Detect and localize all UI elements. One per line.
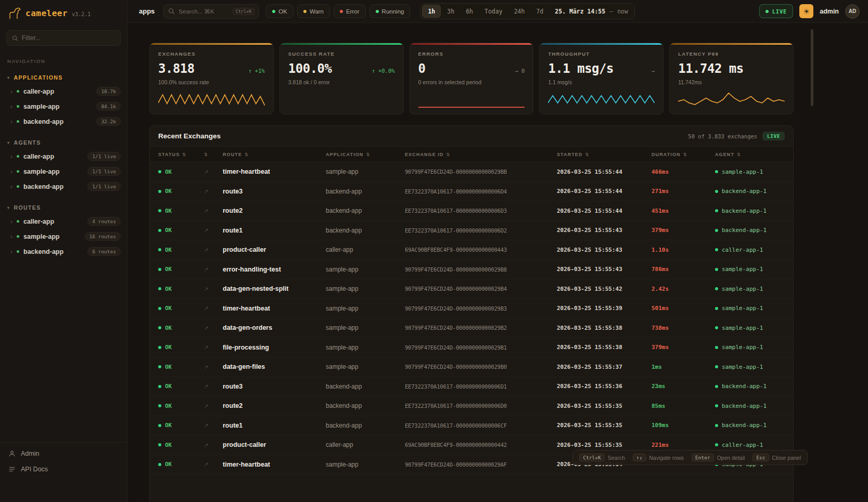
date-range[interactable]: 25. März 14:55 — now <box>555 8 628 15</box>
sidebar-section-title[interactable]: ▾AGENTS <box>0 137 127 149</box>
time-range-3h[interactable]: 3h <box>442 5 459 18</box>
table-row[interactable]: OK↗error-handling-testsample-app90799F47… <box>150 260 793 280</box>
sidebar-item-label: caller-app <box>23 218 54 225</box>
sidebar-section-title[interactable]: ▾ROUTES <box>0 202 127 214</box>
cell-duration: 466ms <box>652 169 715 175</box>
sidebar-section-label: APPLICATIONS <box>14 74 62 81</box>
ok-dot-icon <box>158 229 161 232</box>
sidebar-filter-input[interactable] <box>22 34 115 42</box>
cell-exchange-id: EE7322370A10617-00000000000006D0 <box>405 403 557 409</box>
column-header-started[interactable]: STARTED⇅ <box>557 152 652 157</box>
stat-card-latency-p99[interactable]: LATENCY P9911.742 ms11.742ms <box>669 43 794 114</box>
cell-route: error-handling-test <box>223 266 326 273</box>
sidebar-section-title[interactable]: ▾APPLICATIONS <box>0 72 127 84</box>
sidebar-footer-admin[interactable]: Admin <box>8 450 119 457</box>
cell-agent: sample-app-1 <box>715 286 785 292</box>
time-range-6h[interactable]: 6h <box>461 5 478 18</box>
status-filter-error[interactable]: Error <box>334 4 366 18</box>
sidebar-item-agents-caller-app[interactable]: ›caller-app1/1 live <box>0 149 127 164</box>
column-header-application[interactable]: APPLICATION⇅ <box>326 152 405 157</box>
status-filter-ok[interactable]: OK <box>266 4 293 18</box>
agent-label: backend-app-1 <box>722 208 767 214</box>
table-row[interactable]: OK↗data-gen-nested-splitsample-app90799F… <box>150 279 793 299</box>
cell-status: OK <box>158 461 204 468</box>
table-row[interactable]: OK↗data-gen-filessample-app90799F47E6CD2… <box>150 357 793 377</box>
stat-card-exchanges[interactable]: EXCHANGES3.818↑ +1%100.0% success rate <box>149 43 274 114</box>
global-search-input[interactable] <box>178 8 228 15</box>
agent-label: caller-app-1 <box>722 247 763 253</box>
live-indicator[interactable]: LIVE <box>759 4 794 18</box>
column-header-expand[interactable]: ⇅ <box>204 152 223 157</box>
status-label: OK <box>165 286 172 292</box>
agent-dot-icon <box>715 443 718 446</box>
sidebar-item-badge: 84.1k <box>96 102 121 111</box>
cell-started: 2026-03-25 15:55:44 <box>557 208 652 214</box>
column-header-exchange-id[interactable]: EXCHANGE ID⇅ <box>405 152 557 157</box>
sidebar-item-applications-caller-app[interactable]: ›caller-app10.7k <box>0 84 127 99</box>
cell-agent: backend-app-1 <box>715 227 785 234</box>
status-filter-warn[interactable]: Warn <box>297 4 330 18</box>
sort-icon: ⇅ <box>245 152 249 157</box>
table-row[interactable]: OK↗route3backend-appEE7322370A10617-0000… <box>150 182 793 202</box>
table-row[interactable]: OK↗route2backend-appEE7322370A10617-0000… <box>150 201 793 221</box>
time-range-today[interactable]: Today <box>479 5 508 18</box>
cell-route: route2 <box>223 207 326 214</box>
sidebar-item-routes-backend-app[interactable]: ›backend-app6 routes <box>0 244 127 259</box>
table-row[interactable]: OK↗data-gen-orderssample-app90799F47E6CD… <box>150 318 793 338</box>
cell-exchange-id: 90799F47E6CD24D-00000000000029BB <box>405 169 557 175</box>
table-row[interactable]: OK↗file-processingsample-app90799F47E6CD… <box>150 338 793 358</box>
sidebar-item-routes-caller-app[interactable]: ›caller-app4 routes <box>0 214 127 229</box>
table-row[interactable]: OK↗route1backend-appEE7322370A10617-0000… <box>150 416 793 436</box>
table-row[interactable]: OK↗route3backend-appEE7322370A10617-0000… <box>150 377 793 397</box>
table-row[interactable]: OK↗route2backend-appEE7322370A10617-0000… <box>150 396 793 416</box>
scrollbar-thumb[interactable] <box>811 29 813 106</box>
sidebar: cameleer v3.2.1 NAVIGATION ▾APPLICATIONS… <box>0 0 127 502</box>
topbar: apps Ctrl+K OKWarnErrorRunning 1h3h6hTod… <box>127 0 868 23</box>
cell-application: sample-app <box>326 305 405 312</box>
time-range-24h[interactable]: 24h <box>509 5 530 18</box>
panel-title: Recent Exchanges <box>158 132 221 140</box>
agent-label: backend-app-1 <box>722 422 767 429</box>
sidebar-item-agents-backend-app[interactable]: ›backend-app1/1 live <box>0 179 127 194</box>
table-row[interactable]: OK↗timer-heartbeatsample-app90799F47E6CD… <box>150 299 793 319</box>
cell-exchange-id: 90799F47E6CD24D-00000000000029AF <box>405 461 557 468</box>
sidebar-item-applications-sample-app[interactable]: ›sample-app84.1k <box>0 99 127 114</box>
column-header-duration[interactable]: DURATION⇅ <box>652 152 715 157</box>
cell-duration: 1ms <box>652 364 715 370</box>
stats-row: EXCHANGES3.818↑ +1%100.0% success rateSU… <box>149 43 794 114</box>
sidebar-item-label: sample-app <box>23 233 59 240</box>
stat-card-success-rate[interactable]: SUCCESS RATE100.0%↑ +0.0%3.818 ok / 0 er… <box>279 43 404 114</box>
column-header-agent[interactable]: AGENT⇅ <box>715 152 785 157</box>
sidebar-section-label: AGENTS <box>14 139 41 146</box>
cell-status: OK <box>158 442 204 448</box>
stat-trend: ↑ +0.0% <box>368 68 394 74</box>
table-row[interactable]: OK↗route1backend-appEE7322370A10617-0000… <box>150 221 793 241</box>
cell-route: timer-heartbeat <box>223 305 326 312</box>
sidebar-item-applications-backend-app[interactable]: ›backend-app32.2k <box>0 114 127 129</box>
chevron-right-icon: › <box>10 234 12 240</box>
cell-duration: 221ms <box>652 442 715 448</box>
hint-label: Open detail <box>717 455 745 461</box>
cell-exchange-id: EE7322370A10617-00000000000006D4 <box>405 188 557 195</box>
table-row[interactable]: OK↗product-callercaller-app69AC90BF8EBC4… <box>150 240 793 260</box>
cell-started: 2026-03-25 15:55:35 <box>557 403 652 409</box>
status-label: OK <box>165 442 172 448</box>
column-header-status[interactable]: STATUS⇅ <box>158 152 204 157</box>
range-separator: — <box>609 8 613 15</box>
sidebar-item-agents-sample-app[interactable]: ›sample-app1/1 live <box>0 164 127 179</box>
sun-icon: ☀ <box>803 7 810 16</box>
avatar[interactable]: AD <box>845 4 860 19</box>
stat-sparkline <box>418 90 525 109</box>
status-filter-running[interactable]: Running <box>369 4 411 18</box>
stat-card-throughput[interactable]: THROUGHPUT1.1 msg/s→1.1 msg/s <box>539 43 663 114</box>
agent-label: backend-app-1 <box>722 403 767 409</box>
stat-card-errors[interactable]: ERRORS0→ 00 errors in selected period <box>410 43 534 114</box>
column-header-route[interactable]: ROUTE⇅ <box>223 152 326 157</box>
sidebar-footer-api-docs[interactable]: API Docs <box>8 466 119 473</box>
theme-toggle-button[interactable]: ☀ <box>799 4 813 18</box>
ok-dot-icon <box>158 190 161 193</box>
table-row[interactable]: OK↗timer-heartbeatsample-app90799F47E6CD… <box>150 162 793 182</box>
time-range-7d[interactable]: 7d <box>531 5 548 18</box>
time-range-1h[interactable]: 1h <box>422 5 441 18</box>
sidebar-item-routes-sample-app[interactable]: ›sample-app16 routes <box>0 229 127 244</box>
